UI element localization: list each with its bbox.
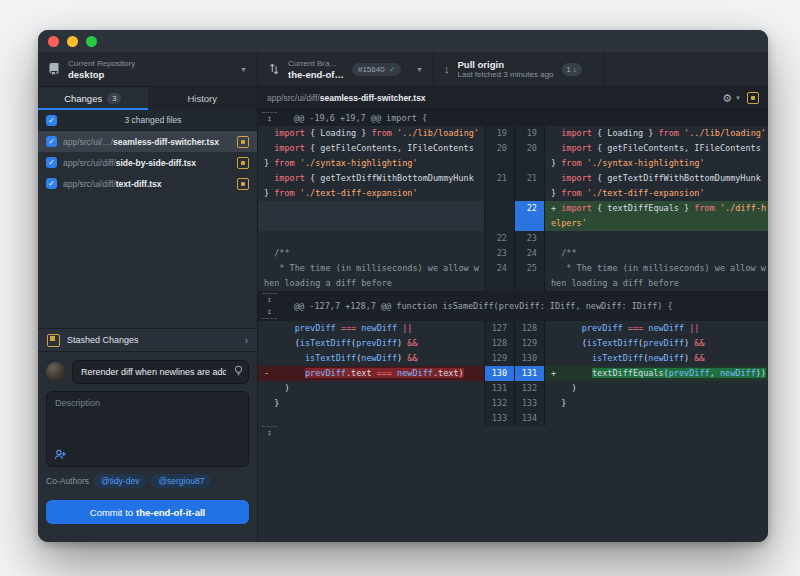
old-line-number[interactable]: 131 xyxy=(484,381,514,396)
old-code-line[interactable]: (isTextDiff(prevDiff) && xyxy=(258,336,484,351)
new-line-number[interactable]: 129 xyxy=(514,336,544,351)
diff-row[interactable]: prevDiff === newDiff ||127128 prevDiff =… xyxy=(258,321,768,336)
old-line-number[interactable] xyxy=(484,201,514,231)
old-code-line[interactable] xyxy=(258,411,484,426)
stashed-changes-button[interactable]: Stashed Changes › xyxy=(38,328,257,352)
old-line-number[interactable]: 133 xyxy=(484,411,514,426)
expand-down-button[interactable]: ↧ xyxy=(262,426,277,439)
commit-description-field[interactable]: Description xyxy=(46,391,249,467)
diff-options-button[interactable]: ⚙▼ xyxy=(722,92,741,105)
diff-row[interactable]: /**2324 /** xyxy=(258,246,768,261)
new-code-line[interactable]: isTextDiff(newDiff) && xyxy=(544,351,768,366)
old-code-line[interactable]: prevDiff === newDiff || xyxy=(258,321,484,336)
new-code-line[interactable]: ) xyxy=(544,381,768,396)
new-code-line[interactable] xyxy=(544,231,768,246)
diff-row[interactable]: 22 + import { textDiffEquals } from './d… xyxy=(258,201,768,231)
diff-row[interactable]: import { getTextDiffWithBottomDummyHunk}… xyxy=(258,171,768,201)
diff-row[interactable]: 2223 xyxy=(258,231,768,246)
diff-row[interactable]: )131132 ) xyxy=(258,381,768,396)
old-code-line[interactable]: } xyxy=(258,396,484,411)
new-line-number[interactable]: 133 xyxy=(514,396,544,411)
old-code-line[interactable] xyxy=(258,201,484,231)
new-code-line[interactable]: import { getTextDiffWithBottomDummyHunk}… xyxy=(544,171,768,201)
pull-origin-button[interactable]: ↓ Pull origin Last fetched 3 minutes ago… xyxy=(434,52,604,86)
old-line-number[interactable]: 129 xyxy=(484,351,514,366)
minimize-button[interactable] xyxy=(67,36,78,47)
expand-up-button[interactable]: ↥ xyxy=(262,306,277,319)
old-code-line[interactable]: isTextDiff(newDiff) && xyxy=(258,351,484,366)
old-line-number[interactable]: 127 xyxy=(484,321,514,336)
file-checkbox[interactable]: ✓ xyxy=(46,157,57,168)
diff-row[interactable]: isTextDiff(newDiff) &&129130 isTextDiff(… xyxy=(258,351,768,366)
coauthor-pill[interactable]: @sergiou87 xyxy=(151,474,211,488)
old-line-number[interactable]: 132 xyxy=(484,396,514,411)
new-code-line[interactable]: + textDiffEquals(prevDiff, newDiff)) xyxy=(544,366,768,381)
old-line-number[interactable]: 130 xyxy=(484,366,514,381)
title-bar xyxy=(38,30,768,52)
diff-row[interactable]: * The time (in milliseconds) we allow wh… xyxy=(258,261,768,291)
old-code-line[interactable]: import { getFileContents, IFileContents}… xyxy=(258,141,484,171)
old-line-number[interactable]: 19 xyxy=(484,126,514,141)
old-line-number[interactable]: 128 xyxy=(484,336,514,351)
new-code-line[interactable]: (isTextDiff(prevDiff) && xyxy=(544,336,768,351)
file-row[interactable]: ✓app/src/ui/diff/side-by-side-diff.tsx xyxy=(38,152,257,173)
old-line-number[interactable]: 23 xyxy=(484,246,514,261)
new-line-number[interactable]: 128 xyxy=(514,321,544,336)
file-row[interactable]: ✓app/src/ui/…/seamless-diff-switcher.tsx xyxy=(38,131,257,152)
diff-row[interactable]: - prevDiff.text === newDiff.text)130131+… xyxy=(258,366,768,381)
tab-changes[interactable]: Changes 3 xyxy=(38,87,148,110)
pr-status-badge[interactable]: #15640 ✓ xyxy=(352,63,401,76)
old-code-line[interactable]: * The time (in milliseconds) we allow wh… xyxy=(258,261,484,291)
diff-row[interactable]: }132133 } xyxy=(258,396,768,411)
diff-row[interactable]: 133134 xyxy=(258,411,768,426)
old-line-number[interactable]: 24 xyxy=(484,261,514,291)
old-line-number[interactable]: 22 xyxy=(484,231,514,246)
new-code-line[interactable]: } xyxy=(544,396,768,411)
new-line-number[interactable]: 130 xyxy=(514,351,544,366)
old-code-line[interactable]: - prevDiff.text === newDiff.text) xyxy=(258,366,484,381)
new-code-line[interactable]: prevDiff === newDiff || xyxy=(544,321,768,336)
new-line-number[interactable]: 22 xyxy=(514,201,544,231)
new-line-number[interactable]: 132 xyxy=(514,381,544,396)
add-coauthor-icon[interactable] xyxy=(54,449,67,460)
new-line-number[interactable]: 20 xyxy=(514,141,544,171)
file-row[interactable]: ✓app/src/ui/diff/text-diff.tsx xyxy=(38,173,257,194)
repository-switcher-button[interactable]: Current Repository desktop ▼ xyxy=(38,52,258,86)
old-code-line[interactable]: import { Loading } from '../lib/loading' xyxy=(258,126,484,141)
diff-row[interactable]: (isTextDiff(prevDiff) &&128129 (isTextDi… xyxy=(258,336,768,351)
lightbulb-icon[interactable] xyxy=(234,365,243,377)
file-checkbox[interactable]: ✓ xyxy=(46,136,57,147)
select-all-checkbox[interactable]: ✓ xyxy=(46,115,57,126)
new-line-number[interactable]: 24 xyxy=(514,246,544,261)
coauthor-pill[interactable]: @tidy-dev xyxy=(94,474,146,488)
new-line-number[interactable]: 131 xyxy=(514,366,544,381)
commit-button[interactable]: Commit to the-end-of-it-all xyxy=(46,500,249,524)
old-code-line[interactable]: import { getTextDiffWithBottomDummyHunk}… xyxy=(258,171,484,201)
new-code-line[interactable]: + import { textDiffEquals } from './diff… xyxy=(544,201,768,231)
new-line-number[interactable]: 134 xyxy=(514,411,544,426)
new-code-line[interactable]: import { getFileContents, IFileContents}… xyxy=(544,141,768,171)
old-line-number[interactable]: 20 xyxy=(484,141,514,171)
new-line-number[interactable]: 23 xyxy=(514,231,544,246)
old-code-line[interactable]: /** xyxy=(258,246,484,261)
expand-up-button[interactable]: ↥ xyxy=(262,112,277,125)
expand-down-button[interactable]: ↧ xyxy=(262,293,277,306)
old-line-number[interactable]: 21 xyxy=(484,171,514,201)
new-code-line[interactable]: /** xyxy=(544,246,768,261)
diff-row[interactable]: import { getFileContents, IFileContents}… xyxy=(258,141,768,171)
commit-summary-input[interactable] xyxy=(72,360,249,384)
new-code-line[interactable] xyxy=(544,411,768,426)
zoom-button[interactable] xyxy=(86,36,97,47)
new-line-number[interactable]: 21 xyxy=(514,171,544,201)
branch-switcher-button[interactable]: Current Bra… the-end-of… #15640 ✓ ▼ xyxy=(258,52,434,86)
close-button[interactable] xyxy=(48,36,59,47)
new-line-number[interactable]: 25 xyxy=(514,261,544,291)
new-code-line[interactable]: * The time (in milliseconds) we allow wh… xyxy=(544,261,768,291)
tab-history[interactable]: History xyxy=(148,87,258,110)
file-checkbox[interactable]: ✓ xyxy=(46,178,57,189)
old-code-line[interactable] xyxy=(258,231,484,246)
old-code-line[interactable]: ) xyxy=(258,381,484,396)
new-line-number[interactable]: 19 xyxy=(514,126,544,141)
new-code-line[interactable]: import { Loading } from '../lib/loading' xyxy=(544,126,768,141)
diff-row[interactable]: import { Loading } from '../lib/loading'… xyxy=(258,126,768,141)
